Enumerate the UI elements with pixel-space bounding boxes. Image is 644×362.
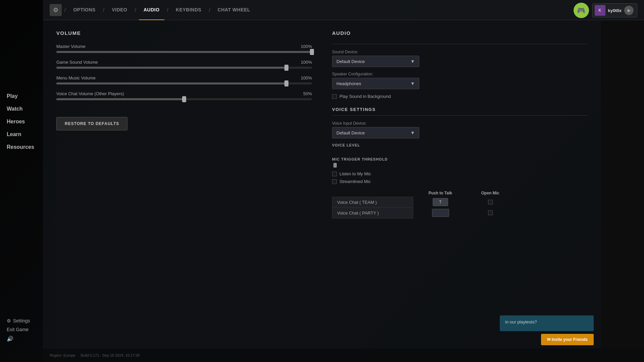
mic-threshold-thumb[interactable] bbox=[333, 163, 337, 168]
voice-chat-volume-row: Voice Chat Volume (Other Players) 50% bbox=[56, 91, 312, 100]
speaker-config-wrapper: Speaker Configuration: Headphones ▼ bbox=[332, 72, 588, 89]
gear-icon: ⚙ bbox=[7, 318, 11, 323]
nav-item-keybinds[interactable]: KEYBINDS bbox=[171, 0, 206, 20]
play-sound-bg-checkbox[interactable] bbox=[332, 94, 337, 99]
table-row: Voice Chat ( TEAM ) T bbox=[332, 197, 513, 207]
game-sound-value: 100% bbox=[301, 60, 312, 65]
menu-music-fill bbox=[56, 82, 286, 84]
master-volume-thumb[interactable] bbox=[310, 49, 314, 55]
invite-friends-button[interactable]: ✉ Invite your Friends bbox=[541, 334, 594, 345]
sound-device-arrow: ▼ bbox=[410, 59, 415, 64]
region-text: Region: Europe bbox=[50, 353, 75, 357]
team-key-badge: T bbox=[433, 198, 448, 206]
party-key-badge bbox=[432, 209, 449, 217]
listen-mic-checkbox[interactable] bbox=[332, 172, 337, 176]
bottom-bar: Region: Europe Build 5.171 - Sep 18 2024… bbox=[43, 349, 644, 362]
settings-gear-icon[interactable]: ⚙ bbox=[50, 4, 62, 16]
user-name-box[interactable]: K ky0t0x ▶ bbox=[592, 3, 637, 17]
voice-chat-label-row: Voice Chat Volume (Other Players) 50% bbox=[56, 91, 312, 96]
mic-threshold-bar bbox=[332, 164, 513, 167]
exit-game-link[interactable]: Exit Game bbox=[7, 327, 30, 332]
streamlined-mic-checkbox[interactable] bbox=[332, 179, 337, 184]
main-panel: VOLUME Master Volume 100% Game Sound Vol… bbox=[43, 20, 601, 349]
sidebar-bottom: ⚙ Settings Exit Game 🔊 bbox=[7, 318, 30, 342]
master-volume-track bbox=[56, 51, 312, 53]
nav-item-video[interactable]: VIDEO bbox=[107, 0, 132, 20]
sound-device-dropdown[interactable]: Default Device ▼ bbox=[332, 56, 419, 67]
nav-separator-3: / bbox=[135, 7, 136, 13]
table-row: Voice Chat ( PARTY ) bbox=[332, 207, 513, 218]
speaker-config-arrow: ▼ bbox=[410, 81, 415, 86]
mic-trigger-label: Mic Trigger Threshold bbox=[332, 157, 588, 161]
voice-chat-table: Push to Talk Open Mic Voice Chat ( TEAM … bbox=[332, 189, 513, 219]
listen-mic-row: Listen to My Mic bbox=[332, 171, 588, 176]
table-col-push: Push to Talk bbox=[413, 189, 468, 197]
voice-chat-team-push[interactable]: T bbox=[413, 197, 468, 207]
audio-divider bbox=[332, 44, 588, 44]
notification-area: in our playtests? ✉ Invite your Friends bbox=[500, 315, 594, 345]
voice-chat-party-label: Voice Chat ( PARTY ) bbox=[332, 207, 413, 218]
two-column-layout: VOLUME Master Volume 100% Game Sound Vol… bbox=[56, 30, 588, 219]
game-sound-volume-row: Game Sound Volume 100% bbox=[56, 60, 312, 69]
game-sound-label-row: Game Sound Volume 100% bbox=[56, 60, 312, 65]
voice-level-bar bbox=[332, 150, 513, 153]
listen-mic-label: Listen to My Mic bbox=[339, 171, 371, 176]
voice-chat-value: 50% bbox=[303, 91, 312, 96]
voice-input-device-value: Default Device bbox=[336, 130, 365, 135]
streamlined-mic-row: Streamlined Mic bbox=[332, 179, 588, 184]
restore-defaults-button[interactable]: RESTORE TO DEFAULTS bbox=[56, 117, 127, 130]
sound-device-value: Default Device bbox=[336, 59, 365, 64]
settings-label: Settings bbox=[13, 318, 30, 323]
user-play-button[interactable]: ▶ bbox=[624, 6, 634, 15]
voice-chat-thumb[interactable] bbox=[182, 96, 186, 102]
menu-music-value: 100% bbox=[301, 75, 312, 80]
voice-chat-party-push[interactable] bbox=[413, 207, 468, 218]
username-text: ky0t0x bbox=[608, 8, 622, 13]
game-sound-fill bbox=[56, 67, 286, 69]
menu-music-track bbox=[56, 82, 312, 84]
team-open-mic-checkbox[interactable] bbox=[488, 200, 493, 204]
master-volume-value: 100% bbox=[301, 44, 312, 49]
nav-item-audio[interactable]: AUDIO bbox=[139, 0, 164, 20]
volume-section: VOLUME Master Volume 100% Game Sound Vol… bbox=[56, 30, 312, 219]
voice-chat-team-label: Voice Chat ( TEAM ) bbox=[332, 197, 413, 207]
voice-chat-track bbox=[56, 98, 312, 100]
invite-notification: in our playtests? bbox=[500, 315, 594, 331]
voice-chat-team-open bbox=[468, 197, 513, 207]
right-side-panel bbox=[601, 0, 644, 362]
nav-item-options[interactable]: OPTIONS bbox=[68, 0, 100, 20]
party-open-mic-checkbox[interactable] bbox=[488, 210, 493, 215]
master-volume-label-row: Master Volume 100% bbox=[56, 44, 312, 49]
table-col-label bbox=[332, 189, 413, 197]
voice-input-device-wrapper: Voice Input Device: Default Device ▼ bbox=[332, 121, 588, 138]
voice-input-device-label: Voice Input Device: bbox=[332, 121, 588, 126]
volume-icon[interactable]: 🔊 bbox=[7, 336, 30, 342]
user-area: 🎮 K ky0t0x ▶ bbox=[574, 3, 637, 18]
user-avatar-small: K bbox=[595, 5, 605, 16]
notification-text: in our playtests? bbox=[505, 319, 588, 324]
sound-device-wrapper: Sound Device: Default Device ▼ bbox=[332, 50, 588, 67]
menu-music-thumb[interactable] bbox=[284, 80, 288, 86]
user-avatar-circle: 🎮 bbox=[574, 3, 589, 18]
voice-input-device-dropdown[interactable]: Default Device ▼ bbox=[332, 127, 419, 138]
nav-separator-2: / bbox=[103, 7, 104, 13]
streamlined-mic-label: Streamlined Mic bbox=[339, 179, 371, 184]
game-sound-track bbox=[56, 67, 312, 69]
nav-separator-5: / bbox=[209, 7, 210, 13]
build-text: Build 5.171 - Sep 18 2024, 10:17:36 bbox=[80, 353, 140, 357]
audio-section-title: AUDIO bbox=[332, 30, 588, 36]
sound-device-label: Sound Device: bbox=[332, 50, 588, 54]
voice-input-device-arrow: ▼ bbox=[410, 130, 415, 135]
master-volume-label: Master Volume bbox=[56, 44, 86, 49]
play-sound-bg-row: Play Sound in Background bbox=[332, 94, 588, 99]
nav-separator-4: / bbox=[167, 7, 168, 13]
master-volume-row: Master Volume 100% bbox=[56, 44, 312, 53]
nav-separator-1: / bbox=[64, 7, 66, 13]
speaker-config-dropdown[interactable]: Headphones ▼ bbox=[332, 78, 419, 89]
table-col-open: Open Mic bbox=[468, 189, 513, 197]
settings-link[interactable]: ⚙ Settings bbox=[7, 318, 30, 323]
nav-item-chat-wheel[interactable]: CHAT WHEEL bbox=[213, 0, 255, 20]
exit-label: Exit Game bbox=[7, 327, 29, 332]
game-sound-thumb[interactable] bbox=[284, 65, 288, 71]
volume-section-title: VOLUME bbox=[56, 30, 312, 36]
